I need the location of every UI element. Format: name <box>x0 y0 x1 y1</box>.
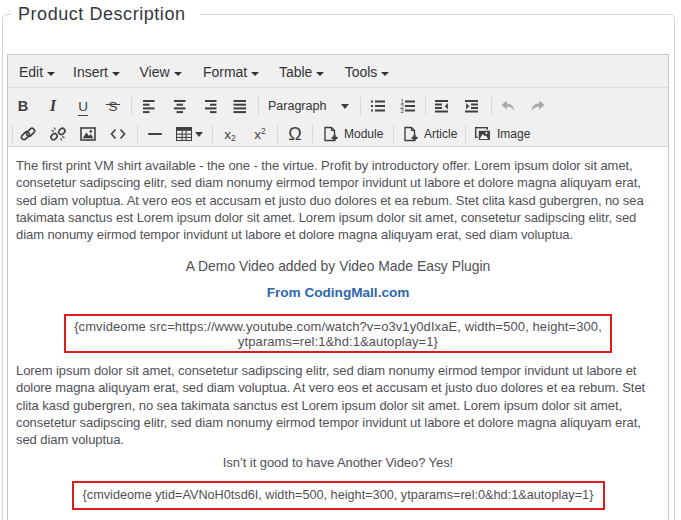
svg-text:3: 3 <box>400 107 404 114</box>
